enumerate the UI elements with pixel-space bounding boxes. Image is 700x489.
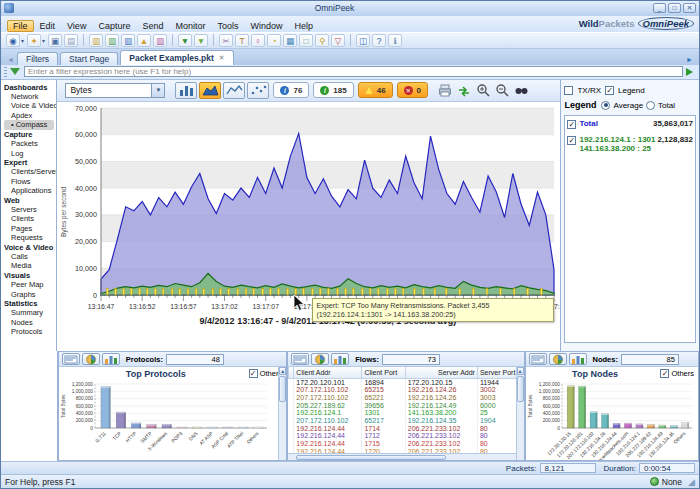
bar-207-172-110-102[interactable] (590, 412, 597, 428)
bar-http[interactable] (131, 423, 141, 428)
bar-172-20-120-101[interactable] (578, 386, 585, 428)
table-icon[interactable]: ▦ (283, 34, 297, 47)
graph-icon[interactable]: □ (299, 34, 313, 47)
bar-192-216-124-44[interactable] (613, 424, 620, 429)
expert-event-marker[interactable] (414, 288, 416, 295)
flows-column-header[interactable]: Client Addr (294, 367, 362, 378)
units-dropdown[interactable]: Bytes ▼ (65, 83, 165, 98)
sidebar-item-log[interactable]: Log (4, 149, 56, 158)
top-nodes-chart[interactable]: 0200,000400,000600,000800,0001,000,0001,… (526, 380, 697, 460)
table-row[interactable]: 205.227.189.6239656192.216.124.496000 (289, 401, 517, 409)
expert-event-marker[interactable] (115, 288, 117, 295)
expert-event-marker[interactable] (287, 288, 289, 295)
funnel-icon[interactable]: ▽ (331, 34, 345, 47)
expert-event-marker[interactable] (253, 288, 255, 295)
tab-scroll-left-icon[interactable]: ◄ (4, 56, 17, 65)
scatter-view-button[interactable] (247, 82, 269, 99)
table-row[interactable]: 207.172.110.10265217192.216.124.351904 (289, 417, 517, 425)
expert-event-marker[interactable] (434, 288, 436, 295)
expert-event-marker[interactable] (459, 288, 461, 295)
sidebar-item-clients[interactable]: Clients (4, 214, 56, 223)
bar-asp-cmd[interactable] (223, 427, 233, 428)
expert-event-marker[interactable] (262, 288, 264, 295)
expert-event-marker[interactable] (163, 288, 165, 295)
sidebar-item-flows[interactable]: Flows (4, 177, 56, 186)
table-row[interactable]: 207.172.110.10265215192.216.124.263002 (289, 386, 517, 394)
flows-column-header[interactable]: Client Port (362, 367, 405, 378)
print-button[interactable] (437, 83, 453, 98)
sidebar-item-peer-map[interactable]: Peer Map (4, 280, 56, 289)
expert-event-marker[interactable] (487, 288, 489, 295)
save-icon[interactable]: ▣ (48, 34, 62, 47)
insert-filter-icon[interactable]: ▼ (178, 34, 192, 47)
close-tab-icon[interactable]: ✕ (219, 54, 225, 62)
dropdown-arrow-icon[interactable]: ▾ (21, 37, 24, 44)
expert-event-marker[interactable] (203, 288, 205, 295)
flows-events-view-tab[interactable] (291, 353, 309, 365)
log-doc-icon[interactable]: ▲ (137, 34, 151, 47)
legend-item-checkbox[interactable]: ✓ (567, 136, 576, 145)
table-row[interactable]: 192.216.124.441715206.221.233.10280 (289, 440, 517, 448)
legend-checkbox[interactable]: ✓ (605, 86, 614, 95)
bar-x-windows[interactable] (162, 424, 172, 428)
sidebar-item-protocols[interactable]: Protocols (4, 327, 56, 336)
packets-doc-icon[interactable]: ▥ (153, 34, 167, 47)
flows-hscrollbar[interactable] (288, 453, 515, 460)
sidebar-item-nodes[interactable]: Nodes (4, 318, 56, 327)
expert-event-marker[interactable] (387, 288, 389, 295)
bar-172-20-120-15[interactable] (567, 386, 574, 428)
bar-www-wildpackets-com[interactable] (624, 423, 631, 428)
expert-event-marker[interactable] (362, 288, 364, 295)
expert-event-marker[interactable] (446, 288, 448, 295)
severe-events-counter[interactable]: ✕ 0 (397, 82, 428, 98)
txrx-checkbox[interactable] (564, 86, 573, 95)
start-capture-icon[interactable]: ◉ (6, 34, 20, 47)
expert-event-marker[interactable] (370, 288, 372, 295)
bar-192-216-124-35[interactable] (670, 426, 677, 428)
expert-event-marker[interactable] (147, 288, 149, 295)
sidebar-item-network[interactable]: Network (4, 92, 56, 101)
expert-event-marker[interactable] (378, 288, 380, 295)
expert-event-marker[interactable] (188, 288, 190, 295)
expert-event-marker[interactable] (196, 288, 198, 295)
protocols-scrollbar[interactable]: ▲ (278, 367, 286, 460)
sidebar-item-pages[interactable]: Pages (4, 224, 56, 233)
flows-table[interactable]: Client AddrClient PortServer AddrServer … (288, 367, 517, 455)
sidebar-item-summary[interactable]: Summary (4, 308, 56, 317)
sidebar-item-apdex[interactable]: Apdex (4, 111, 56, 120)
protocols-bar-view-tab[interactable] (102, 353, 120, 365)
bar-192-216-124-1[interactable] (635, 424, 642, 428)
expert-event-marker[interactable] (172, 288, 174, 295)
legend-item-flow[interactable]: ✓ 192.216.124.1 : 1301 141.163.38.200 : … (567, 135, 693, 154)
protocols-others-checkbox[interactable]: ✓ (249, 369, 258, 378)
bar-at-asp[interactable] (208, 427, 218, 428)
area-view-button[interactable] (199, 82, 221, 99)
drag-handle[interactable] (4, 67, 7, 77)
bar-192-216-124-26[interactable] (601, 414, 608, 428)
bar-view-button[interactable] (175, 82, 197, 99)
menu-tools[interactable]: Tools (211, 20, 244, 32)
expert-event-marker[interactable] (228, 288, 230, 295)
window-layout-icon[interactable]: ◫ (356, 34, 370, 47)
expert-event-marker[interactable] (527, 288, 529, 295)
nodes-pie-view-tab[interactable] (549, 353, 567, 365)
sidebar-item-voice-video[interactable]: Voice & Video (4, 101, 56, 110)
expert-event-marker[interactable] (312, 288, 314, 295)
bar-tcp[interactable] (116, 412, 126, 428)
expert-event-marker[interactable] (345, 288, 347, 295)
cut-icon[interactable]: ✂ (219, 34, 233, 47)
clock-icon[interactable]: ◔ (267, 34, 281, 47)
new-capture-icon[interactable]: ✦ (27, 34, 41, 47)
restore-button[interactable]: □ (668, 3, 681, 13)
expert-event-marker[interactable] (328, 288, 330, 295)
table-row[interactable]: 172.20.120.10116894172.20.120.1511944 (289, 378, 517, 386)
sidebar-item-compass[interactable]: Compass (4, 120, 54, 129)
average-radio[interactable] (601, 101, 610, 110)
sidebar-item-clients-servers[interactable]: Clients/Servers (4, 167, 56, 176)
nodes-events-view-tab[interactable] (529, 353, 547, 365)
insert-operator-icon[interactable]: ▼ (194, 34, 208, 47)
tab-start-page[interactable]: Start Page (60, 52, 118, 65)
expert-event-marker[interactable] (278, 288, 280, 295)
expert-event-marker[interactable] (212, 288, 214, 295)
bar-atp-trel[interactable] (238, 427, 248, 428)
